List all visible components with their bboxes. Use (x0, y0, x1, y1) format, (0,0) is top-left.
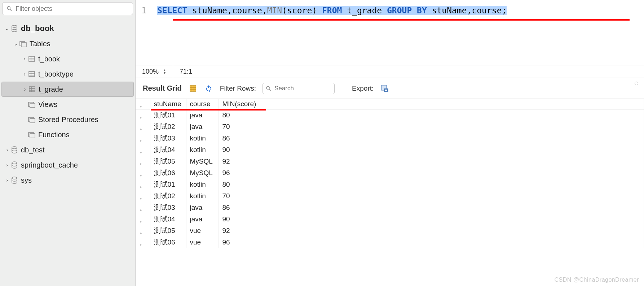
export-icon[interactable] (380, 84, 389, 93)
cell[interactable]: 70 (219, 121, 262, 133)
filter-objects-input-wrap[interactable] (2, 2, 133, 15)
row-header[interactable] (136, 144, 150, 156)
expand-arrow-icon[interactable]: ⌄ (4, 26, 10, 31)
cell[interactable]: java (186, 202, 219, 213)
table-icon (27, 55, 36, 63)
table-row[interactable]: 测试05vue92 (136, 225, 644, 237)
table-row[interactable]: 测试03kotlin86 (136, 133, 644, 144)
row-header[interactable] (136, 133, 150, 144)
search-container (0, 0, 135, 17)
table-row[interactable]: 测试06vue96 (136, 237, 644, 248)
row-header[interactable] (136, 156, 150, 167)
filter-input-wrap (263, 83, 335, 94)
tree-item-views[interactable]: Views (1, 97, 134, 112)
tree-item-label: springboot_cache (21, 161, 78, 169)
tree-item-t_book[interactable]: ›t_book (1, 51, 134, 66)
column-header[interactable]: course (186, 99, 219, 109)
close-icon[interactable] (635, 82, 638, 85)
cell[interactable]: kotlin (186, 179, 219, 190)
cell[interactable]: 92 (219, 225, 262, 237)
cell[interactable]: 测试01 (150, 179, 186, 190)
cell[interactable]: 80 (219, 109, 262, 121)
cell[interactable]: 86 (219, 133, 262, 144)
cell[interactable]: java (186, 121, 219, 133)
tree-item-functions[interactable]: Functions (1, 127, 134, 142)
row-header[interactable] (136, 167, 150, 179)
row-header[interactable] (136, 121, 150, 133)
row-header[interactable] (136, 213, 150, 225)
table-row[interactable]: 测试01kotlin80 (136, 179, 644, 190)
tree-item-stored-procedures[interactable]: Stored Procedures (1, 112, 134, 127)
filter-objects-input[interactable] (16, 5, 129, 13)
cell[interactable]: 测试06 (150, 167, 186, 179)
expand-arrow-icon[interactable]: › (22, 86, 28, 92)
cell[interactable]: vue (186, 225, 219, 237)
cell[interactable]: 测试05 (150, 156, 186, 167)
cell[interactable]: 96 (219, 237, 262, 248)
cell[interactable]: 90 (219, 213, 262, 225)
expand-arrow-icon[interactable]: › (4, 162, 10, 168)
cell[interactable]: 96 (219, 167, 262, 179)
cell[interactable]: 90 (219, 144, 262, 156)
cell[interactable]: java (186, 213, 219, 225)
cell[interactable]: 测试01 (150, 109, 186, 121)
table-row[interactable]: 测试03java86 (136, 202, 644, 213)
table-row[interactable]: 测试04java90 (136, 213, 644, 225)
cell[interactable]: 86 (219, 202, 262, 213)
row-header[interactable] (136, 109, 150, 121)
zoom-level: 100% (136, 68, 164, 75)
expand-arrow-icon[interactable]: › (22, 56, 27, 62)
sql-code[interactable]: SELECT stuName,course,MIN(score) FROM t_… (157, 6, 507, 15)
tree-item-db_book[interactable]: ⌄db_book (1, 21, 134, 36)
tree-item-db_test[interactable]: ›db_test (1, 142, 134, 157)
table-row[interactable]: 测试05MySQL92 (136, 156, 644, 167)
row-header[interactable] (136, 202, 150, 213)
table-row[interactable]: 测试01java80 (136, 109, 644, 121)
cell[interactable]: 测试02 (150, 190, 186, 202)
grid-view-icon[interactable] (188, 84, 198, 93)
cell[interactable]: 80 (219, 179, 262, 190)
column-filler (262, 99, 644, 109)
cell[interactable]: 测试02 (150, 121, 186, 133)
row-header[interactable] (136, 225, 150, 237)
tree-item-t_grade[interactable]: ›t_grade (1, 82, 134, 97)
expand-arrow-icon[interactable]: › (4, 177, 10, 183)
expand-arrow-icon[interactable]: › (22, 71, 27, 77)
result-grid[interactable]: stuNamecourseMIN(score) 测试01java80测试02ja… (136, 99, 644, 248)
cell[interactable]: kotlin (186, 144, 219, 156)
cell[interactable]: kotlin (186, 133, 219, 144)
refresh-icon[interactable] (204, 84, 213, 93)
sql-editor[interactable]: 1 SELECT stuName,course,MIN(score) FROM … (136, 0, 644, 65)
filter-rows-input[interactable] (263, 83, 335, 94)
table-row[interactable]: 测试06MySQL96 (136, 167, 644, 179)
tree-item-label: Views (38, 100, 57, 109)
expand-arrow-icon[interactable]: › (4, 147, 10, 153)
tree-item-tables[interactable]: ⌄Tables (1, 36, 134, 51)
row-header[interactable] (136, 190, 150, 202)
table-row[interactable]: 测试02kotlin70 (136, 190, 644, 202)
tree-item-sys[interactable]: ›sys (1, 173, 134, 188)
tree-item-springboot_cache[interactable]: ›springboot_cache (1, 157, 134, 173)
cell[interactable]: 测试05 (150, 225, 186, 237)
table-row[interactable]: 测试02java70 (136, 121, 644, 133)
zoom-stepper[interactable]: ▴▾ (164, 69, 166, 74)
row-header[interactable] (136, 237, 150, 248)
cell[interactable]: 测试03 (150, 202, 186, 213)
table-row[interactable]: 测试04kotlin90 (136, 144, 644, 156)
cell[interactable]: 70 (219, 190, 262, 202)
cell[interactable]: 测试04 (150, 213, 186, 225)
expand-arrow-icon[interactable]: ⌄ (13, 41, 19, 47)
cell[interactable]: 测试04 (150, 144, 186, 156)
cell[interactable]: java (186, 109, 219, 121)
cell[interactable]: MySQL (186, 167, 219, 179)
cell[interactable]: kotlin (186, 190, 219, 202)
cell[interactable]: 92 (219, 156, 262, 167)
row-header[interactable] (136, 179, 150, 190)
column-header[interactable]: stuName (150, 99, 186, 109)
cell[interactable]: MySQL (186, 156, 219, 167)
cell[interactable]: 测试06 (150, 237, 186, 248)
cell[interactable]: vue (186, 237, 219, 248)
column-header[interactable]: MIN(score) (219, 99, 262, 109)
tree-item-t_booktype[interactable]: ›t_booktype (1, 66, 134, 82)
cell[interactable]: 测试03 (150, 133, 186, 144)
